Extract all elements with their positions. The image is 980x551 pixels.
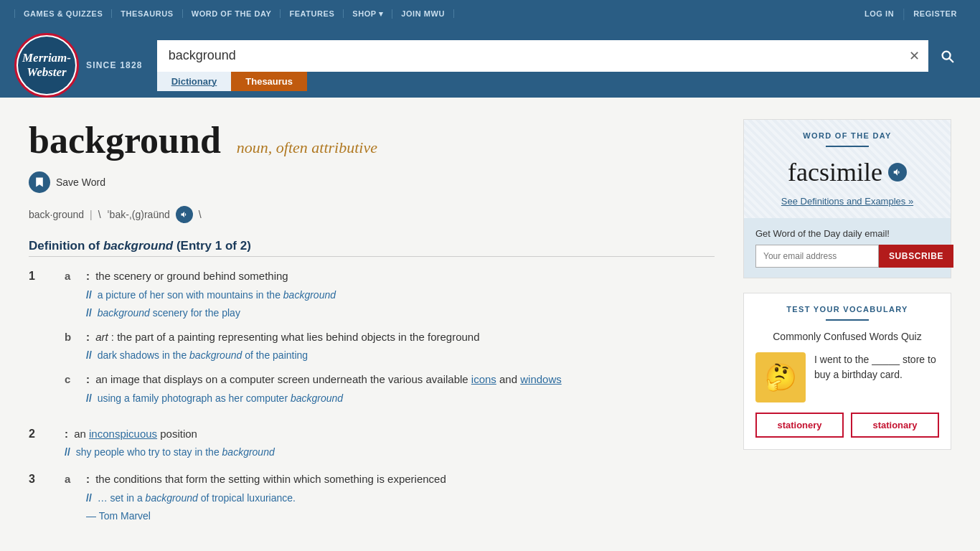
- word-header: background noun, often attributive: [29, 119, 715, 161]
- def-2-example-1: // shy people who try to stay in the bac…: [65, 445, 715, 460]
- wotd-audio-button[interactable]: [888, 163, 907, 182]
- vocab-option-stationery[interactable]: stationery: [755, 413, 844, 438]
- wotd-audio-icon: [892, 167, 903, 177]
- def-number-3: 3: [29, 473, 50, 486]
- tab-thesaurus[interactable]: Thesaurus: [231, 72, 307, 91]
- nav-join[interactable]: JOIN MWU: [392, 9, 454, 18]
- def-1b-body: : art : the part of a painting represent…: [86, 331, 480, 343]
- definition-1: 1 a : the scenery or ground behind somet…: [29, 268, 715, 415]
- def-1b: b : art : the part of a painting represe…: [65, 329, 715, 364]
- subscribe-button[interactable]: SUBSCRIBE: [879, 245, 953, 268]
- logo-circle: Merriam- Webster: [14, 33, 79, 98]
- since-label: SINCE 1828: [86, 60, 143, 70]
- register-link[interactable]: REGISTER: [905, 9, 966, 18]
- def-3a-example-1: // … set in a background of tropical lux…: [86, 491, 715, 506]
- nav-games[interactable]: GAMES & QUIZZES: [14, 9, 112, 18]
- vocab-divider: [826, 319, 869, 321]
- logo-text-line2: Webster: [27, 65, 66, 80]
- definition-3: 3 a : the conditions that form the setti…: [29, 471, 715, 532]
- def-letter-b: b: [65, 331, 79, 343]
- def-1a-body: : the scenery or ground behind something: [86, 270, 288, 282]
- nav-thesaurus[interactable]: THESAURUS: [112, 9, 182, 18]
- def-1b-example-1: // dark shadows in the background of the…: [86, 348, 715, 363]
- def-1c: c : an image that displays on a computer…: [65, 372, 715, 406]
- save-word-button[interactable]: Save Word: [29, 171, 715, 193]
- search-input[interactable]: [157, 40, 900, 72]
- def-letter-c: c: [65, 373, 79, 385]
- main-wrapper: background noun, often attributive Save …: [0, 98, 980, 551]
- def-1a-example-2: // background scenery for the play: [86, 306, 715, 321]
- def-3a-text: : the conditions that form the setting w…: [86, 471, 715, 524]
- wotd-see-link[interactable]: See Definitions and Examples »: [755, 196, 939, 207]
- clear-button[interactable]: ✕: [900, 48, 928, 64]
- backslash-close: \: [199, 209, 202, 220]
- login-link[interactable]: LOG IN: [856, 9, 903, 18]
- def-1-content: a : the scenery or ground behind somethi…: [65, 268, 715, 406]
- phonetic: ˈbak-ˌ(g)raünd: [107, 209, 170, 220]
- vocab-question: I went to the _____ store to buy a birth…: [814, 352, 939, 382]
- sidebar: WORD OF THE DAY facsimile See Definition…: [743, 119, 951, 544]
- nav-wotd[interactable]: WORD OF THE DAY: [183, 9, 281, 18]
- part-of-speech: noun, often attributive: [237, 138, 377, 156]
- headword: background: [29, 120, 221, 161]
- def-3a-attribution: — Tom Marvel: [86, 509, 715, 524]
- vocab-label: TEST YOUR VOCABULARY: [755, 305, 939, 314]
- def-1c-body: : an image that displays on a computer s…: [86, 373, 562, 385]
- chevron-down-icon: ▾: [379, 9, 384, 19]
- definition-headword: background: [103, 239, 173, 253]
- def-number-1: 1: [29, 270, 50, 283]
- wotd-card: WORD OF THE DAY facsimile See Definition…: [743, 119, 951, 278]
- def-1a: a : the scenery or ground behind somethi…: [65, 268, 715, 321]
- auth-area: LOG IN | REGISTER: [856, 7, 966, 20]
- search-icon: [939, 48, 955, 64]
- tab-dictionary[interactable]: Dictionary: [157, 72, 232, 91]
- top-nav: GAMES & QUIZZES THESAURUS WORD OF THE DA…: [14, 9, 454, 19]
- emoji-icon: 🤔: [765, 362, 797, 392]
- def-letter-3a: a: [65, 473, 79, 485]
- def-number-2: 2: [29, 428, 50, 441]
- logo-area: Merriam- Webster SINCE 1828: [14, 33, 143, 98]
- def-3a-body: : the conditions that form the setting w…: [86, 473, 446, 485]
- nav-shop[interactable]: SHOP ▾: [344, 9, 392, 19]
- link-inconspicuous[interactable]: inconspicuous: [89, 428, 157, 440]
- search-area: ✕ Dictionary Thesaurus: [157, 40, 966, 91]
- wotd-section: WORD OF THE DAY facsimile See Definition…: [744, 120, 951, 218]
- logo-text-line1: Merriam-: [22, 51, 71, 65]
- vocab-emoji-row: 🤔 I went to the _____ store to buy a bir…: [755, 352, 939, 402]
- def-1b-text: : art : the part of a painting represent…: [86, 329, 715, 364]
- link-icons[interactable]: icons: [471, 373, 496, 385]
- header-main: Merriam- Webster SINCE 1828 ✕ Dictionary…: [0, 27, 980, 98]
- bookmark-svg-icon: [34, 176, 45, 188]
- def-1c-text: : an image that displays on a computer s…: [86, 372, 715, 406]
- search-button[interactable]: [928, 40, 966, 72]
- pronunciation: back·ground | \ ˈbak-ˌ(g)raünd \: [29, 206, 715, 223]
- def-1a-example-1: // a picture of her son with mountains i…: [86, 288, 715, 303]
- link-windows[interactable]: windows: [520, 373, 562, 385]
- logo-inner: Merriam- Webster: [18, 37, 75, 94]
- wotd-email-label: Get Word of the Day daily email!: [755, 228, 939, 239]
- save-word-label: Save Word: [56, 176, 105, 188]
- wotd-label: WORD OF THE DAY: [755, 131, 939, 140]
- wotd-word-display: facsimile: [755, 157, 939, 187]
- def-2-body: : an inconspicuous position: [65, 428, 197, 440]
- definition-header: Definition of background (Entry 1 of 2): [29, 239, 715, 257]
- definition-2: 2 : an inconspicuous position // shy peo…: [29, 426, 715, 461]
- bookmark-icon: [29, 171, 50, 193]
- nav-features[interactable]: FEATURES: [281, 9, 344, 18]
- search-bar: ✕: [157, 40, 966, 72]
- vocab-card: TEST YOUR VOCABULARY Commonly Confused W…: [743, 293, 951, 450]
- vocab-quiz-title: Commonly Confused Words Quiz: [755, 331, 939, 342]
- wotd-email-area: Get Word of the Day daily email! SUBSCRI…: [744, 218, 951, 278]
- wotd-divider: [826, 146, 869, 147]
- vocab-option-stationary[interactable]: stationary: [851, 413, 939, 438]
- def-2-content: : an inconspicuous position // shy peopl…: [65, 426, 715, 461]
- wotd-email-input[interactable]: [755, 245, 879, 268]
- def-1c-example-1: // using a family photograph as her comp…: [86, 391, 715, 406]
- vocab-options: stationery stationary: [755, 413, 939, 438]
- audio-button[interactable]: [176, 206, 193, 223]
- backslash-open: \: [98, 209, 101, 220]
- def-letter-a: a: [65, 270, 79, 282]
- search-tabs: Dictionary Thesaurus: [157, 72, 966, 91]
- def-3a: a : the conditions that form the setting…: [65, 471, 715, 524]
- def-1a-row: a : the scenery or ground behind somethi…: [65, 268, 715, 321]
